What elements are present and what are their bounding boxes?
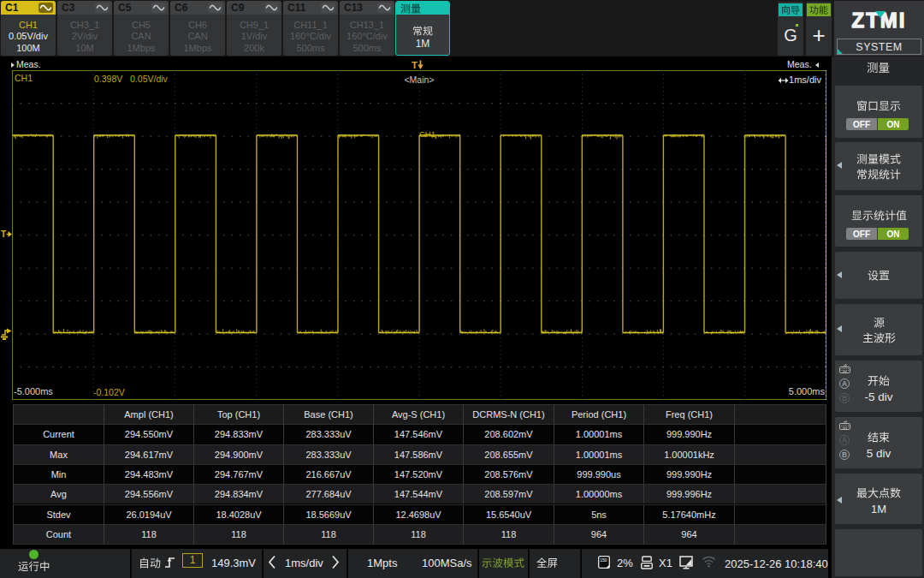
- svg-text:T: T: [1, 229, 6, 239]
- svg-text:150: 150: [600, 557, 607, 563]
- svg-text:T: T: [412, 60, 418, 70]
